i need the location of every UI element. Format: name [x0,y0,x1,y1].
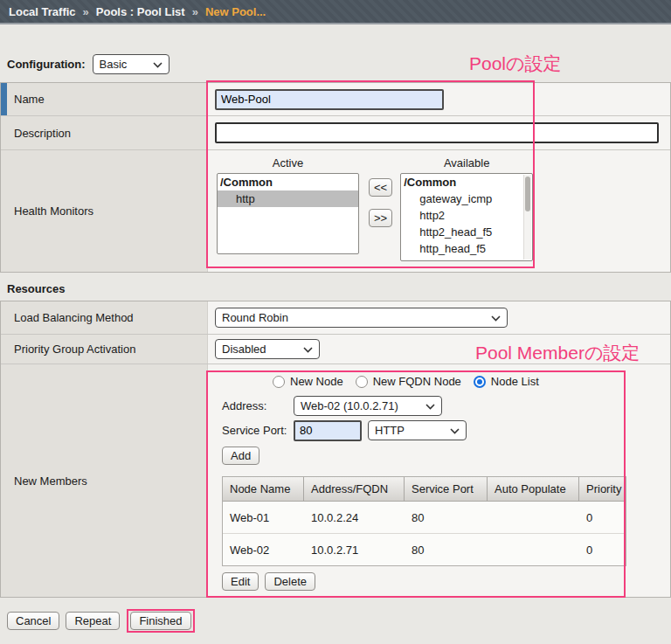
cancel-button[interactable]: Cancel [7,612,59,630]
protocol-select[interactable]: HTTP [368,420,467,440]
configuration-row: Configuration: Basic [7,52,671,75]
header-node-name: Node Name [223,477,304,502]
priority-group-label: Priority Group Activation [14,343,135,356]
load-balancing-row: Load Balancing Method Round Robin [1,301,670,335]
load-balancing-select[interactable]: Round Robin [215,308,508,328]
cell-priority: 0 [579,502,626,533]
chevron-down-icon [303,347,313,353]
configuration-select[interactable]: Basic [93,54,169,74]
name-label-cell: Name [1,83,208,115]
cell-auto-populate [488,534,579,565]
radio-new-fqdn-node[interactable] [356,376,368,388]
required-accent-bar [1,83,7,115]
finished-annotation-box: Finished [127,609,194,633]
chevron-down-icon [450,428,460,434]
new-members-row: New Members New Node New FQDN Node Node … [1,364,670,597]
name-input[interactable] [215,89,444,110]
configuration-select-value: Basic [100,58,128,71]
radio-new-node[interactable] [273,376,285,388]
list-item[interactable]: http [218,190,358,207]
new-members-label: New Members [14,474,87,488]
priority-group-select[interactable]: Disabled [215,339,320,359]
members-table-header: Node Name Address/FQDN Service Port Auto… [223,477,626,502]
service-port-label: Service Port: [222,424,294,437]
list-item[interactable]: http_head_f5 [401,240,532,257]
breadcrumb-separator: » [83,5,89,18]
member-type-radio-group: New Node New FQDN Node Node List [273,374,670,389]
list-item[interactable]: /Common [401,174,532,190]
available-monitors-listbox[interactable]: /Common gateway_icmp http2 http2_head_f5… [400,173,533,261]
service-port-input[interactable] [294,420,362,441]
breadcrumb-local-traffic[interactable]: Local Traffic [9,5,76,18]
breadcrumb-separator: » [192,5,198,18]
header-priority: Priority [579,477,626,502]
breadcrumb-new-pool: New Pool... [205,5,266,18]
table-row[interactable]: Web-01 10.0.2.24 80 0 [223,502,626,534]
cell-auto-populate [488,502,579,533]
cell-address: 10.0.2.24 [304,502,405,533]
health-monitors-row: Health Monitors Active /Common http << >… [1,150,670,272]
radio-node-list-label: Node List [491,375,539,388]
header-service-port: Service Port [405,477,488,502]
pool-settings-table: Name Description Health Monitors Active … [0,82,671,273]
name-label: Name [14,93,45,106]
list-item[interactable]: gateway_icmp [401,190,532,207]
health-monitors-label: Health Monitors [14,204,93,218]
chevron-down-icon [153,62,163,68]
cell-address: 10.0.2.71 [304,534,405,565]
move-to-active-button[interactable]: << [369,178,392,197]
description-label: Description [14,127,71,140]
add-button[interactable]: Add [222,447,259,465]
list-item[interactable]: http2 [401,207,532,224]
resources-section-title: Resources [7,282,671,295]
active-list-title: Active [217,156,359,173]
chevron-down-icon [425,404,435,410]
protocol-select-value: HTTP [375,424,405,437]
cell-node-name: Web-02 [223,534,304,565]
delete-button[interactable]: Delete [265,572,315,591]
priority-group-row: Priority Group Activation Disabled [1,335,670,364]
edit-button[interactable]: Edit [222,572,259,591]
available-list-title: Available [400,156,533,173]
resources-table: Load Balancing Method Round Robin Priori… [0,301,671,598]
table-row[interactable]: Web-02 10.0.2.71 80 0 [223,534,626,565]
move-to-available-button[interactable]: >> [369,209,392,227]
breadcrumb: Local Traffic » Pools : Pool List » New … [0,0,671,24]
cell-priority: 0 [579,534,626,565]
address-label: Address: [222,399,294,412]
repeat-button[interactable]: Repeat [66,612,120,630]
cell-port: 80 [405,534,488,565]
members-table: Node Name Address/FQDN Service Port Auto… [222,476,626,566]
chevron-down-icon [491,315,501,322]
load-balancing-select-value: Round Robin [222,311,288,324]
radio-new-fqdn-node-label: New FQDN Node [373,375,461,388]
list-item[interactable]: http2_head_f5 [401,224,532,240]
address-select-value: Web-02 (10.0.2.71) [301,399,398,412]
cell-node-name: Web-01 [223,502,304,533]
radio-new-node-label: New Node [290,375,343,388]
radio-node-list[interactable] [474,376,486,388]
header-auto-populate: Auto Populate [488,477,579,502]
name-row: Name [1,83,670,116]
description-row: Description [1,116,670,150]
finished-button[interactable]: Finished [130,612,190,630]
scrollbar-track[interactable] [523,175,531,260]
description-input[interactable] [215,122,659,143]
priority-group-select-value: Disabled [222,343,266,356]
new-pool-page: Local Traffic » Pools : Pool List » New … [0,0,671,644]
address-select[interactable]: Web-02 (10.0.2.71) [294,396,442,416]
list-item[interactable]: /Common [218,174,358,190]
breadcrumb-pool-list[interactable]: Pools : Pool List [96,5,185,18]
cell-port: 80 [405,502,488,533]
scrollbar-thumb[interactable] [525,177,530,211]
load-balancing-label: Load Balancing Method [14,311,134,324]
header-address-fqdn: Address/FQDN [304,477,405,502]
footer-actions: Cancel Repeat Finished [7,609,671,633]
active-monitors-listbox[interactable]: /Common http [217,173,359,254]
configuration-label: Configuration: [7,58,86,71]
